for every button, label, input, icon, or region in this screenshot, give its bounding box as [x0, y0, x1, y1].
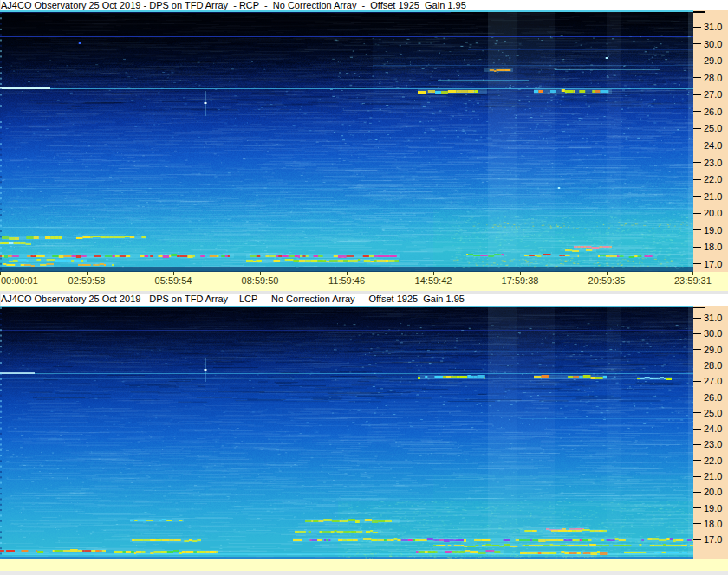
y-tick: 29.0 — [693, 346, 722, 354]
y-tick-label: 27.0 — [704, 377, 722, 385]
y-tick-label: 23.0 — [704, 158, 722, 167]
y-tick: 22.0 — [693, 175, 722, 184]
y-tick: 18.0 — [693, 242, 722, 251]
tick-mark — [693, 77, 701, 78]
y-tick-label: 17.0 — [704, 260, 722, 268]
y-tick-label: 26.0 — [704, 107, 722, 116]
lcp-panel-title: AJ4CO Observatory 25 Oct 2019 - DPS on T… — [1, 294, 728, 306]
x-tick-label: 20:59:35 — [588, 275, 626, 286]
tick-mark — [693, 196, 701, 197]
y-tick: 19.0 — [693, 226, 722, 235]
time-axis: 00:00:0102:59:5805:59:5408:59:5011:59:46… — [0, 272, 728, 291]
x-tick-label: 23:59:31 — [674, 275, 712, 286]
tick-mark — [693, 145, 701, 145]
y-tick-label: 24.0 — [704, 141, 722, 150]
y-tick: 27.0 — [693, 90, 722, 99]
y-tick-label: 20.0 — [704, 488, 722, 496]
y-tick: 20.0 — [693, 488, 722, 496]
tick-mark — [693, 444, 701, 445]
x-tick-label: 17:59:38 — [502, 275, 539, 286]
tick-mark — [693, 539, 701, 540]
y-tick-label: 22.0 — [704, 175, 722, 184]
y-tick-label: 31.0 — [704, 23, 722, 31]
tick-mark — [693, 318, 701, 319]
y-tick-label: 19.0 — [704, 504, 722, 513]
y-tick-label: 30.0 — [704, 40, 722, 48]
x-tick-label: 02:59:58 — [68, 275, 106, 286]
y-tick: 28.0 — [693, 361, 722, 370]
tick-mark — [693, 179, 701, 180]
tick-mark — [693, 263, 701, 264]
y-tick-label: 24.0 — [704, 424, 722, 433]
tick-mark — [693, 397, 701, 397]
tick-mark — [693, 507, 701, 508]
y-tick-label: 18.0 — [704, 242, 722, 251]
y-tick: 30.0 — [693, 40, 722, 48]
window-bottom-margin — [0, 571, 728, 575]
y-tick-label: 29.0 — [704, 346, 722, 354]
tick-mark — [693, 61, 701, 61]
tick-mark — [693, 429, 701, 430]
y-tick: 25.0 — [693, 124, 722, 132]
frequency-scale-top-tick — [693, 307, 705, 308]
y-tick-label: 20.0 — [704, 209, 722, 217]
tick-mark — [693, 523, 701, 524]
tick-mark — [693, 476, 701, 477]
y-tick: 17.0 — [693, 260, 722, 268]
y-tick: 18.0 — [693, 520, 722, 528]
tick-mark — [693, 333, 701, 334]
y-tick-label: 25.0 — [704, 409, 722, 417]
time-axis-empty — [0, 559, 728, 571]
y-tick: 17.0 — [693, 535, 722, 544]
y-tick: 26.0 — [693, 393, 722, 402]
y-tick-label: 31.0 — [704, 313, 722, 322]
tick-mark — [693, 460, 701, 461]
y-tick-label: 25.0 — [704, 124, 722, 132]
y-tick: 21.0 — [693, 192, 722, 201]
x-tick-label: 14:59:42 — [415, 275, 452, 286]
x-tick-label: 00:00:01 — [1, 275, 38, 286]
x-tick-label: 11:59:46 — [328, 275, 365, 286]
y-tick: 29.0 — [693, 56, 722, 65]
tick-mark — [693, 492, 701, 493]
y-tick: 28.0 — [693, 74, 722, 82]
tick-mark — [693, 128, 701, 129]
y-tick: 21.0 — [693, 472, 722, 481]
y-tick-label: 30.0 — [704, 329, 722, 338]
y-tick-label: 26.0 — [704, 393, 722, 402]
y-tick-label: 28.0 — [704, 361, 722, 370]
y-tick: 22.0 — [693, 456, 722, 465]
y-tick: 27.0 — [693, 377, 722, 385]
y-tick: 19.0 — [693, 504, 722, 513]
y-tick-label: 21.0 — [704, 192, 722, 201]
x-tick-label: 08:59:50 — [242, 275, 279, 286]
spectrograph-window: AJ4CO Observatory 25 Oct 2019 - DPS on T… — [0, 0, 728, 575]
y-tick-label: 18.0 — [704, 520, 722, 528]
y-tick: 20.0 — [693, 209, 722, 217]
lcp-frequency-scale: 31.030.029.028.027.026.025.024.023.022.0… — [693, 306, 728, 559]
x-tick-label: 05:59:54 — [155, 275, 192, 286]
tick-mark — [693, 94, 701, 95]
frequency-scale-top-tick — [693, 11, 705, 13]
tick-mark — [693, 412, 701, 413]
tick-mark — [693, 247, 701, 248]
y-tick: 24.0 — [693, 141, 722, 150]
y-tick-label: 28.0 — [704, 74, 722, 82]
rcp-spectrogram — [0, 10, 693, 272]
tick-mark — [693, 27, 701, 28]
y-tick: 30.0 — [693, 329, 722, 338]
tick-mark — [693, 381, 701, 382]
y-tick: 24.0 — [693, 424, 722, 433]
y-tick: 25.0 — [693, 409, 722, 417]
rcp-frequency-scale: 31.030.029.028.027.026.025.024.023.022.0… — [693, 10, 728, 272]
y-tick: 26.0 — [693, 107, 722, 116]
y-tick-label: 22.0 — [704, 456, 722, 465]
tick-mark — [693, 43, 701, 44]
y-tick-label: 29.0 — [704, 56, 722, 65]
lcp-spectrogram — [0, 306, 693, 559]
y-tick-label: 17.0 — [704, 535, 722, 544]
y-tick-label: 19.0 — [704, 226, 722, 235]
rcp-panel-title: AJ4CO Observatory 25 Oct 2019 - DPS on T… — [1, 0, 728, 10]
tick-mark — [693, 229, 701, 230]
tick-mark — [693, 162, 701, 163]
